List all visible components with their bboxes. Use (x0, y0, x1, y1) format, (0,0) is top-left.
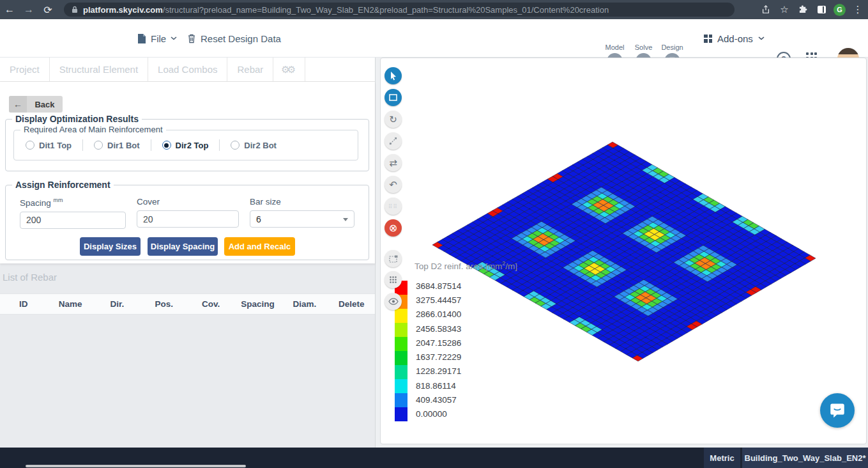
legend-values: 3684.875143275.444572866.014002456.58343… (416, 279, 461, 421)
legend-title: Top D2 reinf. area [mm2/m] (415, 260, 517, 271)
legend-value: 3684.87514 (416, 279, 461, 293)
grid-toggle-button[interactable] (385, 271, 402, 288)
model-viewport[interactable]: ↻ ⇄ ↶ ⠿⠿ ⊗ Top D2 reinf. area [mm2/m] 36… (380, 58, 867, 444)
support-chat-button[interactable] (820, 393, 855, 428)
tab-structural-element[interactable]: Structural Element (50, 58, 148, 81)
back-arrow-icon: ← (9, 96, 27, 113)
radio-circle[interactable] (94, 141, 103, 150)
radio-circle[interactable] (231, 141, 240, 150)
cancel-selection-button[interactable]: ⊗ (385, 219, 402, 237)
horizontal-scrollbar[interactable] (26, 465, 246, 467)
app-toolbar: File Reset Design Data Model ✓ Solve (0, 19, 868, 58)
tab-rebar[interactable]: Rebar (227, 58, 273, 81)
browser-reload-icon[interactable]: ⟳ (38, 4, 57, 16)
rotate-view-button[interactable]: ↻ (385, 111, 402, 128)
address-bar[interactable]: platform.skyciv.com/structural?preload_n… (64, 3, 735, 17)
bookmark-star-icon[interactable]: ☆ (778, 3, 791, 16)
tab-load-combos[interactable]: Load Combos (148, 58, 227, 81)
radio-dit1-top[interactable]: Dit1 Top (26, 141, 72, 150)
browser-menu-kebab-icon[interactable]: ⋮ (851, 3, 864, 16)
radio-dir2-bot[interactable]: Dir2 Bot (231, 141, 277, 150)
design-sidebar: Project Structural Element Load Combos R… (0, 58, 376, 448)
sidebar-tab-strip: Project Structural Element Load Combos R… (0, 58, 375, 82)
browser-profile-avatar[interactable]: G (834, 4, 846, 16)
legend-value: 1228.29171 (416, 364, 461, 378)
display-spacing-button[interactable]: Display Spacing (148, 237, 218, 256)
open-file-tab[interactable]: Building_Two_Way_Slab_EN2* (742, 448, 868, 468)
reinforcement-direction-radio-group: Dit1 Top Dir1 Bot Dir2 Top (26, 130, 353, 160)
unit-system-toggle[interactable]: Metric (704, 448, 740, 468)
assign-reinforcement-fieldset: Assign Reinforcement Spacing mm Cover Ba… (5, 185, 369, 260)
legend-band (395, 407, 407, 421)
legend-band (395, 379, 407, 393)
radio-dir1-bot[interactable]: Dir1 Bot (94, 141, 140, 150)
tab-settings-gears-icon[interactable]: ⚙⚙ (273, 58, 305, 81)
legend-value: 0.00000 (416, 407, 461, 421)
legend-band (395, 365, 407, 379)
addons-menu-button[interactable]: Add-ons (704, 19, 765, 58)
lock-icon (72, 6, 78, 13)
side-panel-icon[interactable] (815, 3, 828, 16)
legend-band (395, 393, 407, 407)
add-and-recalc-button[interactable]: Add and Recalc (224, 237, 295, 256)
addons-label: Add-ons (717, 33, 753, 44)
url-domain: platform.skyciv.com (83, 5, 163, 15)
bar-size-label: Bar size (250, 197, 354, 207)
radio-circle[interactable] (26, 141, 34, 150)
radio-circle[interactable] (162, 141, 171, 150)
legend-value: 1637.72229 (416, 350, 461, 364)
legend-value: 2866.01400 (416, 308, 461, 322)
cover-label: Cover (137, 197, 239, 207)
legend-value: 2047.15286 (416, 336, 461, 350)
select-caret-icon (343, 218, 348, 221)
required-area-fieldset: Required Area of Main Reinforcement Dit1… (13, 130, 358, 160)
undo-button[interactable]: ↶ (385, 176, 402, 193)
chevron-down-icon (171, 36, 177, 40)
back-button[interactable]: ← Back (9, 96, 63, 113)
tab-project[interactable]: Project (0, 58, 50, 81)
spacing-label: Spacing mm (20, 197, 126, 208)
share-icon[interactable] (759, 3, 772, 16)
legend-value: 2456.58343 (416, 322, 461, 336)
url-path: /structural?preload_name=Building_Two_Wa… (163, 5, 609, 15)
file-menu-button[interactable]: File (137, 19, 177, 58)
legend-band (395, 351, 407, 365)
addons-grid-icon (704, 35, 712, 43)
file-menu-label: File (151, 33, 166, 44)
screenshot-button[interactable] (385, 250, 402, 267)
pointer-tool-button[interactable] (385, 67, 402, 84)
legend-band (395, 309, 407, 323)
radio-dir2-top[interactable]: Dir2 Top (162, 141, 209, 150)
reset-design-data-label: Reset Design Data (201, 33, 281, 44)
browser-bar: ← → ⟳ platform.skyciv.com/structural?pre… (0, 0, 868, 19)
spacing-input[interactable] (20, 212, 126, 229)
legend-value: 818.86114 (416, 378, 461, 393)
display-optimization-results-fieldset: Display Optimization Results Required Ar… (5, 119, 369, 171)
cover-input[interactable] (137, 210, 239, 228)
multi-select-button[interactable]: ⠿⠿ (385, 198, 402, 215)
measure-tool-button[interactable] (385, 132, 402, 150)
legend-band (395, 323, 407, 337)
list-of-rebar-title: List of Rebar (3, 272, 57, 283)
visibility-eye-button[interactable] (385, 293, 402, 310)
extensions-puzzle-icon[interactable] (796, 3, 809, 16)
reset-design-data-button[interactable]: Reset Design Data (187, 19, 281, 58)
swap-direction-button[interactable]: ⇄ (385, 154, 402, 171)
legend-value: 409.43057 (416, 393, 461, 407)
chevron-down-icon (758, 36, 765, 40)
legend-value: 3275.44457 (416, 293, 461, 307)
legend-band (395, 337, 407, 351)
box-select-tool-button[interactable] (385, 89, 402, 106)
file-icon (137, 33, 146, 44)
browser-forward-icon[interactable]: → (19, 4, 38, 15)
rebar-table-header: ID Name Dir. Pos. Cov. Spacing Diam. Del… (0, 293, 375, 315)
display-sizes-button[interactable]: Display Sizes (80, 237, 141, 256)
bar-size-select[interactable]: 6 (250, 210, 354, 228)
trash-icon (187, 33, 196, 43)
browser-back-icon[interactable]: ← (0, 4, 19, 15)
rebar-form-area: ← Back Display Optimization Results Requ… (0, 82, 375, 263)
